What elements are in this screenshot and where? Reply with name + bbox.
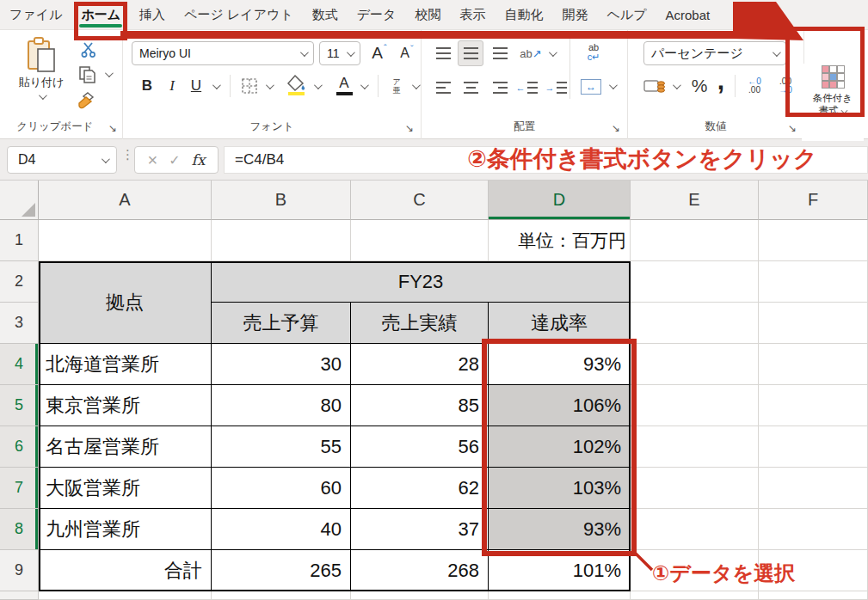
percent-style-button[interactable]: % <box>688 75 711 97</box>
cell-a7[interactable]: 大阪営業所 <box>39 468 212 509</box>
tab-review[interactable]: 校閲 <box>405 0 450 30</box>
align-top-button[interactable] <box>432 42 454 64</box>
cell-d5[interactable]: 106% <box>489 385 631 426</box>
tab-developer[interactable]: 開発 <box>552 0 597 30</box>
cell-b3-budget[interactable]: 売上予算 <box>212 303 351 344</box>
row-header-6[interactable]: 6 <box>0 426 39 468</box>
cell-c1[interactable] <box>351 220 489 261</box>
cell-e6[interactable] <box>631 426 759 468</box>
conditional-formatting-button[interactable]: 条件付き書式 <box>802 64 864 141</box>
cell-c3-actual[interactable]: 売上実績 <box>351 303 489 344</box>
cell-e2[interactable] <box>631 261 759 303</box>
row-header-3[interactable]: 3 <box>0 303 39 344</box>
row-header-1[interactable]: 1 <box>0 220 39 261</box>
cell-e4[interactable] <box>631 344 759 385</box>
cell-f3[interactable] <box>759 303 868 344</box>
decrease-decimal-button[interactable]: .00→0 <box>771 73 800 99</box>
borders-button[interactable] <box>238 75 261 97</box>
cell-b9[interactable]: 265 <box>212 550 351 591</box>
cell-f1[interactable] <box>759 220 868 261</box>
wrap-text-button[interactable]: abc↵ <box>580 40 607 64</box>
tab-home[interactable]: ホーム <box>71 0 130 30</box>
select-all-corner[interactable] <box>0 181 39 220</box>
alignment-dialog-launcher-icon[interactable]: ↘ <box>612 122 620 134</box>
col-header-b[interactable]: B <box>212 181 351 220</box>
col-header-c[interactable]: C <box>351 181 489 220</box>
cell-f7[interactable] <box>759 468 868 509</box>
copy-button[interactable] <box>76 64 98 85</box>
tab-insert[interactable]: 挿入 <box>130 0 175 30</box>
accounting-dropdown-chevron[interactable] <box>673 81 681 89</box>
tab-formulas[interactable]: 数式 <box>303 0 348 30</box>
font-dialog-launcher-icon[interactable]: ↘ <box>405 122 414 134</box>
insert-function-icon[interactable]: fx <box>192 151 206 168</box>
tab-file[interactable]: ファイル <box>0 0 71 30</box>
cell-d1[interactable]: 単位：百万円 <box>489 220 631 261</box>
cut-button[interactable] <box>77 40 100 59</box>
tab-acrobat[interactable]: Acrobat <box>656 0 720 30</box>
tab-automate[interactable]: 自動化 <box>495 0 552 30</box>
format-painter-button[interactable] <box>76 90 98 111</box>
cell-b8[interactable]: 40 <box>212 509 351 550</box>
cell-d3-rate[interactable]: 達成率 <box>489 303 631 344</box>
row-header-7[interactable]: 7 <box>0 468 39 509</box>
cell-f6[interactable] <box>759 426 868 468</box>
orientation-dropdown-chevron[interactable] <box>549 48 557 57</box>
cell-a2-site[interactable]: 拠点 <box>39 261 212 344</box>
cell-b1[interactable] <box>212 220 351 261</box>
cell-d7[interactable]: 103% <box>489 468 631 509</box>
merge-center-button[interactable]: ↔ <box>578 75 604 99</box>
cell-d8[interactable]: 93% <box>489 509 631 550</box>
copy-dropdown-chevron[interactable] <box>105 69 114 77</box>
cell-d9[interactable]: 101% <box>489 550 631 591</box>
underline-button[interactable]: U <box>187 75 206 97</box>
font-name-combo[interactable]: Meiryo UI <box>132 41 314 65</box>
fill-color-dropdown-chevron[interactable] <box>314 81 323 89</box>
number-dialog-launcher-icon[interactable]: ↘ <box>788 122 797 134</box>
cell-a9-total[interactable]: 合計 <box>39 550 212 591</box>
phonetic-guide-button[interactable]: ア亜 <box>386 73 407 99</box>
row-header-2[interactable]: 2 <box>0 261 39 303</box>
cell-e1[interactable] <box>631 220 759 261</box>
increase-decimal-button[interactable]: ←0.00 <box>740 73 769 99</box>
cell-a8[interactable]: 九州営業所 <box>39 509 212 550</box>
tab-help[interactable]: ヘルプ <box>597 0 656 30</box>
align-middle-button[interactable] <box>458 40 483 66</box>
cell-b5[interactable]: 80 <box>212 385 351 426</box>
row-header-8[interactable]: 8 <box>0 509 39 550</box>
number-format-combo[interactable]: パーセンテージ <box>643 41 786 65</box>
cell-c5[interactable]: 85 <box>351 385 489 426</box>
col-header-f[interactable]: F <box>759 181 868 220</box>
cell-c8[interactable]: 37 <box>351 509 489 550</box>
shrink-font-button[interactable]: Aˇ <box>395 41 419 65</box>
cell-e7[interactable] <box>631 468 759 509</box>
col-header-e[interactable]: E <box>631 181 759 220</box>
cancel-icon[interactable]: × <box>148 150 158 170</box>
align-bottom-button[interactable] <box>489 42 511 64</box>
row-header-4[interactable]: 4 <box>0 344 39 385</box>
cell-a4[interactable]: 北海道営業所 <box>39 344 212 385</box>
comma-style-button[interactable]: , <box>712 68 729 94</box>
cell-d6[interactable]: 102% <box>489 426 631 468</box>
col-header-d[interactable]: D <box>489 181 631 220</box>
row-header-5[interactable]: 5 <box>0 385 39 426</box>
cell-a6[interactable]: 名古屋営業所 <box>39 426 212 468</box>
cell-c9[interactable]: 268 <box>351 550 489 591</box>
cell-b7[interactable]: 60 <box>212 468 351 509</box>
borders-dropdown-chevron[interactable] <box>266 81 274 89</box>
align-center-button[interactable] <box>459 77 482 99</box>
underline-dropdown-chevron[interactable] <box>212 81 221 89</box>
row-header-9[interactable]: 9 <box>0 550 39 591</box>
cell-e3[interactable] <box>631 303 759 344</box>
paste-button[interactable]: 貼り付け <box>15 37 67 99</box>
font-size-combo[interactable]: 11 <box>319 41 360 65</box>
col-header-a[interactable]: A <box>39 181 212 220</box>
cell-b6[interactable]: 55 <box>212 426 351 468</box>
orientation-button[interactable]: ab↗ <box>518 42 544 64</box>
merge-dropdown-chevron[interactable] <box>609 81 618 89</box>
phonetic-dropdown-chevron[interactable] <box>412 81 421 89</box>
grow-font-button[interactable]: Aˆ <box>367 41 391 65</box>
cell-e8[interactable] <box>631 509 759 550</box>
align-right-button[interactable] <box>489 77 511 99</box>
clipboard-dialog-launcher-icon[interactable]: ↘ <box>108 122 117 134</box>
